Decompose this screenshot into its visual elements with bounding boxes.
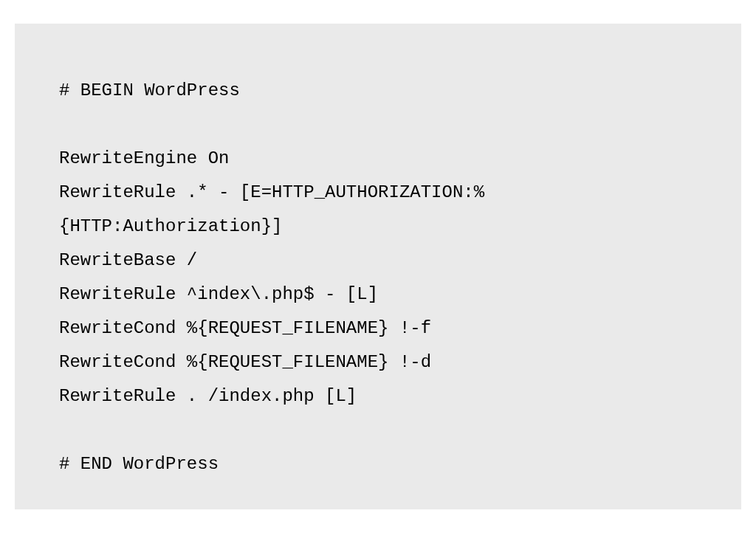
code-line: RewriteEngine On [59,142,697,176]
code-block: # BEGIN WordPress RewriteEngine On Rewri… [15,24,741,509]
code-empty-line [59,108,697,142]
code-line: # END WordPress [59,447,697,481]
code-line: RewriteRule ^index\.php$ - [L] [59,278,697,312]
code-empty-line [59,413,697,447]
code-line: RewriteBase / [59,244,697,278]
code-line: # BEGIN WordPress [59,74,697,108]
code-line: RewriteCond %{REQUEST_FILENAME} !-f [59,312,697,345]
code-line: RewriteRule . /index.php [L] [59,379,697,413]
code-line: RewriteCond %{REQUEST_FILENAME} !-d [59,345,697,379]
code-line: RewriteRule .* - [E=HTTP_AUTHORIZATION:%… [59,176,697,244]
